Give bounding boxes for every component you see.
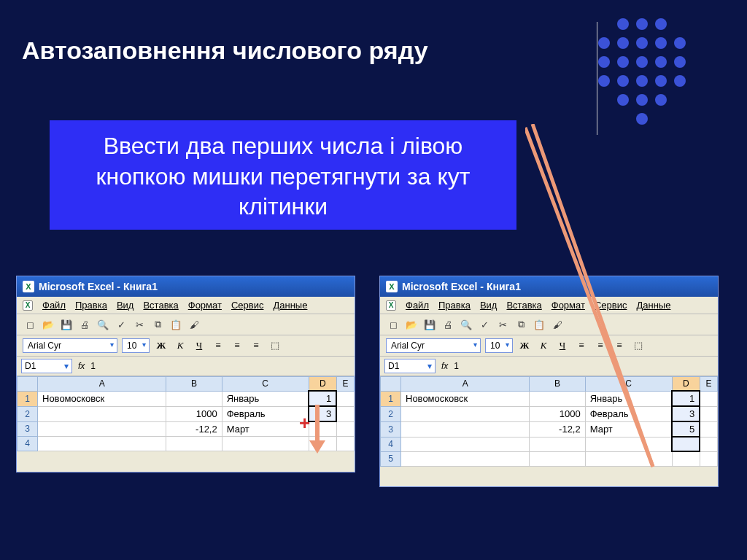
cell[interactable] [38,421,166,436]
spreadsheet-grid[interactable]: A B C D E 1 Новомосковск Январь 1 2 1000… [380,376,718,467]
cell[interactable]: 1000 [530,406,585,421]
menu-edit[interactable]: Правка [75,300,107,311]
open-icon[interactable]: 📂 [404,317,419,332]
cell[interactable]: Март [222,421,309,436]
cell-selected[interactable]: 1 [672,391,700,406]
cell[interactable] [166,391,222,406]
menu-data[interactable]: Данные [636,300,670,311]
copy-icon[interactable]: ⧉ [150,317,165,332]
cell-selected[interactable]: 3 [309,406,336,421]
paste-icon[interactable]: 📋 [532,317,546,332]
cell[interactable]: Январь [222,391,309,406]
cell[interactable] [166,436,222,451]
row-header[interactable]: 3 [18,421,38,436]
menu-view[interactable]: Вид [480,300,498,311]
cell[interactable]: -12,2 [530,421,585,437]
col-header[interactable]: E [336,377,354,392]
save-icon[interactable]: 💾 [422,317,437,332]
cell[interactable]: Новомосковск [401,391,530,406]
row-header[interactable]: 1 [18,391,38,406]
open-icon[interactable]: 📂 [41,317,55,332]
copy-icon[interactable]: ⧉ [514,317,528,332]
formula-value[interactable]: 1 [454,361,459,371]
align-center-icon[interactable]: ≡ [230,339,244,352]
cell[interactable] [38,436,166,451]
cell-selected[interactable] [672,437,700,451]
bold-button[interactable]: Ж [154,339,169,352]
cell[interactable] [585,451,672,466]
new-icon[interactable]: ◻ [23,317,37,332]
merge-icon[interactable]: ⬚ [631,339,646,352]
name-box[interactable]: D1▾ [21,359,72,373]
cell[interactable] [401,437,530,451]
cell[interactable] [530,391,585,406]
cell[interactable] [336,421,354,436]
fx-label[interactable]: fx [441,361,448,371]
cell[interactable]: Февраль [585,406,672,421]
cell[interactable] [336,436,354,451]
col-header[interactable]: E [700,377,717,392]
col-header[interactable]: D [309,377,336,392]
col-header[interactable]: A [38,377,166,392]
paste-icon[interactable]: 📋 [169,317,183,332]
cell[interactable] [401,421,530,437]
menu-file[interactable]: Файл [42,300,66,311]
preview-icon[interactable]: 🔍 [459,317,473,332]
underline-button[interactable]: Ч [192,339,206,352]
cell[interactable]: Новомосковск [38,391,166,406]
col-header[interactable]: B [166,377,222,392]
cell[interactable] [309,421,336,436]
cell[interactable] [585,437,672,451]
print-icon[interactable]: 🖨 [77,317,92,332]
bold-button[interactable]: Ж [517,339,532,352]
align-left-icon[interactable]: ≡ [574,339,589,352]
spell-icon[interactable]: ✓ [114,317,128,332]
format-painter-icon[interactable]: 🖌 [550,317,565,332]
cell[interactable]: -12,2 [166,421,222,436]
cell[interactable] [530,451,585,466]
font-size-combo[interactable]: 10 [122,338,150,353]
save-icon[interactable]: 💾 [59,317,74,332]
cell[interactable]: Март [585,421,672,437]
fx-label[interactable]: fx [78,361,85,371]
cell[interactable] [336,406,354,421]
cell[interactable] [401,451,530,466]
col-header[interactable]: C [585,377,672,392]
cell-selected[interactable]: 3 [672,406,700,421]
cell[interactable]: Февраль [222,406,309,421]
cell-selected[interactable]: 5 [672,421,700,437]
cell[interactable] [401,406,530,421]
cell[interactable] [336,391,354,406]
cell[interactable] [530,437,585,451]
col-header[interactable]: A [401,377,530,392]
col-header[interactable]: D [672,377,700,392]
col-header[interactable]: B [530,377,585,392]
row-header[interactable]: 3 [381,421,401,437]
underline-button[interactable]: Ч [555,339,570,352]
menu-insert[interactable]: Вставка [506,300,541,311]
spell-icon[interactable]: ✓ [477,317,492,332]
font-size-combo[interactable]: 10 [485,338,513,353]
italic-button[interactable]: К [536,339,551,352]
row-header[interactable]: 4 [381,437,401,451]
select-all-corner[interactable] [381,377,401,392]
align-center-icon[interactable]: ≡ [593,339,608,352]
print-icon[interactable]: 🖨 [441,317,455,332]
cell[interactable] [38,406,166,421]
menu-format[interactable]: Формат [188,300,222,311]
merge-icon[interactable]: ⬚ [268,339,282,352]
cell[interactable] [700,406,717,421]
menu-data[interactable]: Данные [273,300,307,311]
new-icon[interactable]: ◻ [386,317,400,332]
cell[interactable]: Январь [585,391,672,406]
row-header[interactable]: 2 [381,406,401,421]
row-header[interactable]: 5 [381,451,401,466]
cell[interactable] [700,437,717,451]
row-header[interactable]: 4 [18,436,38,451]
name-box[interactable]: D1▾ [384,359,436,373]
align-right-icon[interactable]: ≡ [249,339,263,352]
row-header[interactable]: 2 [18,406,38,421]
format-painter-icon[interactable]: 🖌 [187,317,201,332]
preview-icon[interactable]: 🔍 [96,317,110,332]
menu-insert[interactable]: Вставка [143,300,178,311]
